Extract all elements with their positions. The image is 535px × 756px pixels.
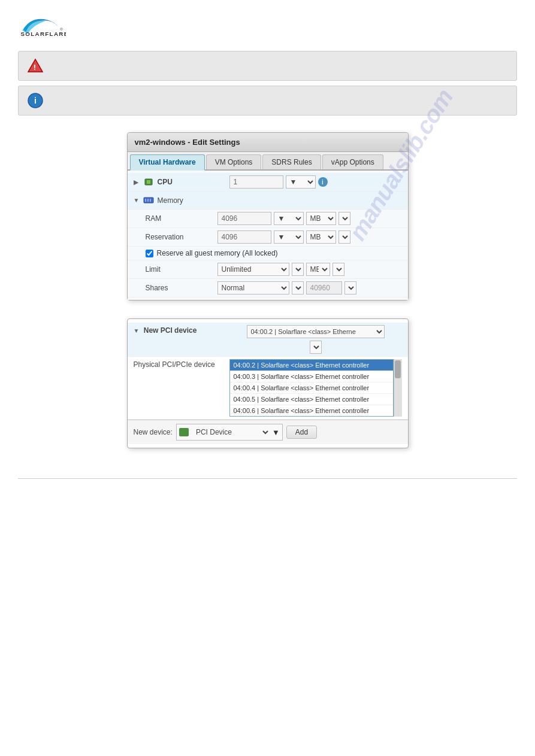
warning-icon: ! xyxy=(27,57,44,74)
pci-section-header-label: ▼ New PCI device xyxy=(134,325,229,335)
ram-unit-dropdown[interactable]: MB xyxy=(306,212,336,225)
memory-icon xyxy=(143,196,154,205)
shares-label: Shares xyxy=(146,284,217,292)
ram-unit-arrow[interactable]: ▼ xyxy=(338,212,350,225)
pci-section-header: ▼ New PCI device 04:00.2 | Solarflare <c… xyxy=(128,323,408,357)
cpu-controls: ▼ i xyxy=(229,175,402,189)
ram-controls: ▼ MB ▼ xyxy=(217,212,402,225)
new-device-row: New device: PCI Device ▼ Add xyxy=(128,420,408,444)
svg-text:SOLARFLARE: SOLARFLARE xyxy=(20,31,66,37)
pci-body: ▼ New PCI device 04:00.2 | Solarflare <c… xyxy=(128,319,408,448)
add-device-button[interactable]: Add xyxy=(286,426,317,439)
reserve-all-label: Reserve all guest memory (All locked) xyxy=(157,249,278,257)
pci-scrollbar-thumb xyxy=(395,360,401,378)
pci-device-dialog: ▼ New PCI device 04:00.2 | Solarflare <c… xyxy=(127,318,409,448)
limit-unit-dropdown[interactable]: MB xyxy=(306,263,330,276)
dialog-tabs: Virtual Hardware VM Options SDRS Rules v… xyxy=(128,152,408,171)
new-pci-device-label: New PCI device xyxy=(144,326,197,335)
pci-list-scrollbar[interactable] xyxy=(394,359,402,417)
info-notice: i xyxy=(18,86,517,116)
cpu-value-input[interactable] xyxy=(229,175,283,189)
tab-vm-options[interactable]: VM Options xyxy=(206,154,262,169)
reservation-row: Reservation ▼ MB ▼ xyxy=(128,228,408,247)
pci-device-item-3[interactable]: 04:00.5 | Solarflare <class> Ethernet co… xyxy=(230,394,393,405)
svg-rect-9 xyxy=(145,199,146,202)
pci-device-list-container: 04:00.2 | Solarflare <class> Ethernet co… xyxy=(229,359,402,417)
limit-dropdown[interactable]: Unlimited xyxy=(217,263,289,276)
reservation-dropdown[interactable]: ▼ xyxy=(274,230,304,244)
shares-arrow[interactable]: ▼ xyxy=(292,281,304,294)
footer-divider xyxy=(18,478,517,479)
pci-header-controls: 04:00.2 | Solarflare <class> Etherne ▼ xyxy=(229,325,402,354)
reservation-value-input[interactable] xyxy=(217,230,271,244)
warning-notice: ! xyxy=(18,51,517,81)
new-device-type-dropdown[interactable]: PCI Device xyxy=(192,426,270,439)
reservation-unit-dropdown[interactable]: MB xyxy=(306,230,336,244)
cpu-expand-arrow: ▶ xyxy=(134,179,141,186)
reservation-controls: ▼ MB ▼ xyxy=(217,230,402,244)
notices-area: ! i xyxy=(0,51,535,116)
svg-rect-10 xyxy=(147,199,149,202)
solarflare-logo: SOLARFLARE ® xyxy=(18,12,66,39)
physical-pci-row: Physical PCI/PCIe device 04:00.2 | Solar… xyxy=(128,357,408,420)
pci-device-item-0[interactable]: 04:00.2 | Solarflare <class> Ethernet co… xyxy=(230,360,393,371)
svg-text:i: i xyxy=(34,96,37,105)
reservation-unit-arrow[interactable]: ▼ xyxy=(338,230,350,244)
svg-rect-7 xyxy=(147,180,150,184)
physical-pci-controls: 04:00.2 | Solarflare <class> Ethernet co… xyxy=(229,359,402,417)
pci-device-item-2[interactable]: 04:00.4 | Solarflare <class> Ethernet co… xyxy=(230,382,393,394)
cpu-icon xyxy=(143,178,154,186)
cpu-label: CPU xyxy=(158,178,229,186)
limit-controls: Unlimited ▼ MB ▼ xyxy=(217,263,402,276)
info-icon: i xyxy=(27,92,44,109)
pci-device-item-1[interactable]: 04:00.3 | Solarflare <class> Ethernet co… xyxy=(230,371,393,382)
shares-dropdown[interactable]: Normal xyxy=(217,281,289,294)
reserve-all-checkbox[interactable] xyxy=(146,250,153,257)
logo-area: SOLARFLARE ® xyxy=(18,12,517,39)
ram-label: RAM xyxy=(146,214,217,223)
shares-value-arrow[interactable]: ▼ xyxy=(344,281,356,294)
physical-pci-label: Physical PCI/PCIe device xyxy=(134,359,229,369)
limit-arrow[interactable]: ▼ xyxy=(292,263,304,276)
memory-label: Memory xyxy=(158,196,229,205)
shares-value-input xyxy=(306,281,342,294)
memory-row[interactable]: ▼ Memory xyxy=(128,192,408,210)
pci-device-item-4[interactable]: 04:00.6 | Solarflare <class> Ethernet co… xyxy=(230,405,393,416)
new-device-select-area: PCI Device ▼ xyxy=(176,424,283,441)
limit-label: Limit xyxy=(146,265,217,274)
pci-device-icon xyxy=(179,428,189,436)
main-content: manualslib.com vm2-windows - Edit Settin… xyxy=(0,120,535,460)
ram-dropdown[interactable]: ▼ xyxy=(274,212,304,225)
reservation-label: Reservation xyxy=(146,233,217,241)
reserve-all-row: Reserve all guest memory (All locked) xyxy=(128,247,408,260)
cpu-row[interactable]: ▶ CPU ▼ i xyxy=(128,173,408,192)
new-device-type-arrow: ▼ xyxy=(272,428,280,437)
shares-controls: Normal ▼ ▼ xyxy=(217,281,402,294)
dialog-title: vm2-windows - Edit Settings xyxy=(128,133,408,152)
pci-device-header-dropdown[interactable]: 04:00.2 | Solarflare <class> Etherne xyxy=(247,325,385,338)
edit-settings-dialog: vm2-windows - Edit Settings Virtual Hard… xyxy=(127,132,409,300)
pci-device-header-arrow[interactable]: ▼ xyxy=(310,341,322,354)
tab-virtual-hardware[interactable]: Virtual Hardware xyxy=(130,154,205,171)
pci-device-list: 04:00.2 | Solarflare <class> Ethernet co… xyxy=(229,359,394,417)
svg-rect-11 xyxy=(150,199,151,202)
hardware-body: ▶ CPU ▼ i ▼ xyxy=(128,171,408,300)
header: SOLARFLARE ® xyxy=(0,0,535,45)
ram-row: RAM ▼ MB ▼ xyxy=(128,210,408,228)
cpu-dropdown[interactable]: ▼ xyxy=(286,175,316,189)
tab-sdrs-rules[interactable]: SDRS Rules xyxy=(262,154,321,169)
cpu-info-icon[interactable]: i xyxy=(318,177,328,187)
ram-value-input[interactable] xyxy=(217,212,271,225)
new-device-label-text: New device: xyxy=(134,428,173,436)
memory-expand-arrow: ▼ xyxy=(134,197,141,204)
svg-text:!: ! xyxy=(34,63,36,72)
tab-vapp-options[interactable]: vApp Options xyxy=(322,154,383,169)
svg-text:®: ® xyxy=(60,27,63,31)
limit-unit-arrow[interactable]: ▼ xyxy=(333,263,344,276)
pci-expand-arrow: ▼ xyxy=(134,327,140,334)
shares-row: Shares Normal ▼ ▼ xyxy=(128,279,408,297)
limit-row: Limit Unlimited ▼ MB ▼ xyxy=(128,260,408,279)
